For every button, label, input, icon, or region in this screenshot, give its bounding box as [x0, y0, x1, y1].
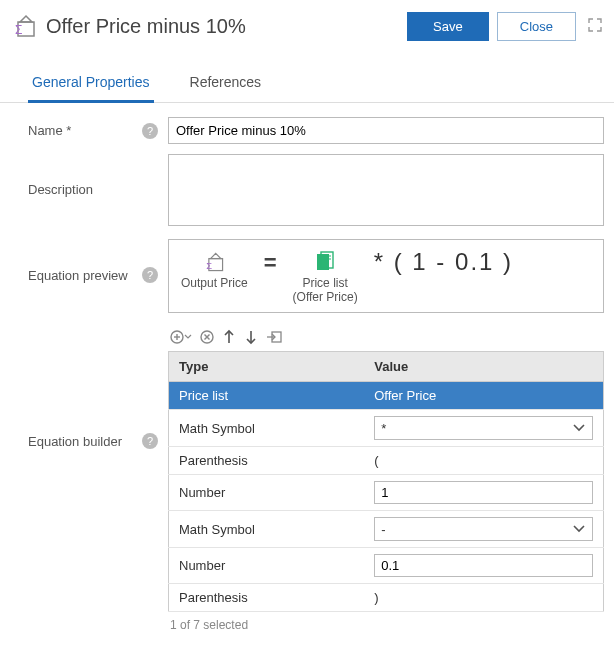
page-title: Offer Price minus 10% — [46, 15, 407, 38]
name-label: Name * — [28, 123, 71, 138]
value-select[interactable]: * — [374, 416, 593, 440]
preview-label: Equation preview — [28, 268, 128, 283]
equation-preview: Σ Output Price = Price list (Offer Price… — [168, 239, 604, 313]
row-value: ) — [364, 584, 603, 612]
row-value — [364, 548, 603, 584]
help-icon[interactable]: ? — [142, 123, 158, 139]
builder-label: Equation builder — [28, 434, 122, 449]
pricelist-sub: (Offer Price) — [293, 290, 358, 304]
help-icon[interactable]: ? — [142, 433, 158, 449]
table-row[interactable]: Math Symbol* — [169, 410, 604, 447]
row-type: Parenthesis — [169, 447, 365, 475]
expand-icon[interactable] — [584, 18, 606, 35]
value-input[interactable] — [374, 481, 593, 504]
table-row[interactable]: Parenthesis( — [169, 447, 604, 475]
equation-icon: Σ — [8, 10, 40, 42]
close-button[interactable]: Close — [497, 12, 576, 41]
chevron-down-icon — [572, 521, 586, 537]
description-label: Description — [28, 182, 93, 197]
move-down-icon[interactable] — [244, 329, 258, 345]
svg-text:Σ: Σ — [15, 23, 22, 37]
help-icon[interactable]: ? — [142, 267, 158, 283]
row-type: Math Symbol — [169, 410, 365, 447]
name-input[interactable] — [168, 117, 604, 144]
table-row[interactable]: Number — [169, 475, 604, 511]
description-input[interactable] — [168, 154, 604, 226]
col-type-header: Type — [169, 352, 365, 382]
preview-expression: * ( 1 - 0.1 ) — [374, 248, 513, 276]
table-row[interactable]: Price listOffer Price — [169, 382, 604, 410]
col-value-header: Value — [364, 352, 603, 382]
row-value: Offer Price — [364, 382, 603, 410]
tab-general[interactable]: General Properties — [28, 64, 154, 103]
chevron-down-icon — [572, 420, 586, 436]
row-value — [364, 475, 603, 511]
value-input[interactable] — [374, 554, 593, 577]
row-value: - — [364, 511, 603, 548]
table-row[interactable]: Number — [169, 548, 604, 584]
row-type: Price list — [169, 382, 365, 410]
row-value: * — [364, 410, 603, 447]
output-price-icon: Σ — [181, 248, 248, 276]
row-type: Math Symbol — [169, 511, 365, 548]
row-value: ( — [364, 447, 603, 475]
value-select[interactable]: - — [374, 517, 593, 541]
insert-icon[interactable] — [266, 330, 282, 344]
table-row[interactable]: Math Symbol- — [169, 511, 604, 548]
tab-references[interactable]: References — [186, 64, 266, 102]
svg-marker-4 — [211, 253, 221, 258]
row-type: Number — [169, 475, 365, 511]
svg-text:Σ: Σ — [207, 260, 213, 271]
pricelist-label: Price list — [293, 276, 358, 290]
row-type: Parenthesis — [169, 584, 365, 612]
save-button[interactable]: Save — [407, 12, 489, 41]
price-list-icon — [293, 248, 358, 276]
table-row[interactable]: Parenthesis) — [169, 584, 604, 612]
equals-symbol: = — [264, 248, 277, 276]
output-price-label: Output Price — [181, 276, 248, 290]
svg-marker-1 — [20, 16, 32, 22]
equation-table: Type Value Price listOffer PriceMath Sym… — [168, 351, 604, 612]
remove-icon[interactable] — [200, 330, 214, 344]
move-up-icon[interactable] — [222, 329, 236, 345]
selection-status: 1 of 7 selected — [168, 612, 604, 638]
row-type: Number — [169, 548, 365, 584]
add-icon[interactable] — [170, 330, 192, 344]
